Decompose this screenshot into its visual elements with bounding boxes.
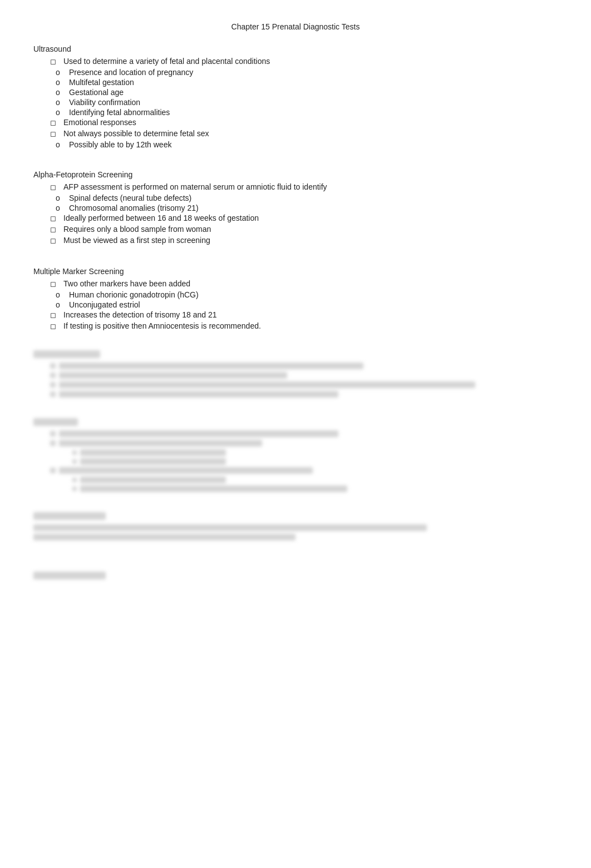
mm-list: ◻ Two other markers have been added o Hu… — [33, 279, 558, 330]
list-item: ◻ Increases the detection of trisomy 18 … — [33, 310, 558, 319]
heading-ultrasound: Ultrasound — [33, 44, 558, 53]
sub-item-text: Spinal defects (neural tube defects) — [69, 194, 558, 202]
list-item: ◻ Must be viewed as a first step in scre… — [33, 236, 558, 245]
ultrasound-sub-list-3: o Possibly able to by 12th week — [33, 140, 558, 149]
sub-item-text: Unconjugated estriol — [69, 300, 558, 309]
afp-list: ◻ AFP assessment is performed on materna… — [33, 182, 558, 245]
mm-sub-list-1: o Human chorionic gonadotropin (hCG) o U… — [33, 290, 558, 309]
sub-list-item: o Identifying fetal abnormalities — [33, 108, 558, 117]
list-item: ◻ Requires only a blood sample from woma… — [33, 225, 558, 234]
sub-list-item: o Possibly able to by 12th week — [33, 140, 558, 149]
sub-list-item: o Human chorionic gonadotropin (hCG) — [33, 290, 558, 299]
sub-list-item: o Unconjugated estriol — [33, 300, 558, 309]
list-item: ◻ Ideally performed between 16 and 18 we… — [33, 214, 558, 222]
sub-marker: o — [56, 88, 67, 97]
bullet-marker: ◻ — [50, 280, 61, 288]
bullet-marker: ◻ — [50, 130, 61, 138]
sub-marker: o — [56, 300, 67, 309]
ultrasound-list: ◻ Used to determine a variety of fetal a… — [33, 57, 558, 149]
sub-marker: o — [56, 204, 67, 212]
sub-marker: o — [56, 68, 67, 77]
list-item: ◻ If testing is positive then Amniocente… — [33, 321, 558, 330]
sub-item-text: Chromosomal anomalies (trisomy 21) — [69, 204, 558, 212]
bullet-marker: ◻ — [50, 236, 61, 245]
sub-item-text: Viability confirmation — [69, 98, 558, 107]
sub-list-item: o Chromosomal anomalies (trisomy 21) — [33, 204, 558, 212]
list-item-text: Not always possible to determine fetal s… — [63, 129, 558, 138]
list-item-text: Emotional responses — [63, 118, 558, 127]
sub-marker: o — [56, 78, 67, 87]
sub-item-text: Human chorionic gonadotropin (hCG) — [69, 290, 558, 299]
sub-item-text: Gestational age — [69, 88, 558, 97]
heading-multiple-marker: Multiple Marker Screening — [33, 267, 558, 276]
sub-marker: o — [56, 290, 67, 299]
bullet-marker: ◻ — [50, 311, 61, 319]
list-item-text: AFP assessment is performed on maternal … — [63, 182, 558, 191]
sub-marker: o — [56, 140, 67, 149]
sub-item-text: Possibly able to by 12th week — [69, 140, 558, 149]
sub-marker: o — [56, 98, 67, 107]
list-item: ◻ Two other markers have been added — [33, 279, 558, 288]
page-title: Chapter 15 Prenatal Diagnostic Tests — [33, 22, 558, 31]
bullet-marker: ◻ — [50, 57, 61, 66]
list-item-text: Must be viewed as a first step in screen… — [63, 236, 558, 245]
bullet-marker: ◻ — [50, 214, 61, 222]
list-item-text: Increases the detection of trisomy 18 an… — [63, 310, 558, 319]
sub-item-text: Presence and location of pregnancy — [69, 68, 558, 77]
sub-list-item: o Spinal defects (neural tube defects) — [33, 194, 558, 202]
sub-list-item: o Multifetal gestation — [33, 78, 558, 87]
sub-list-item: o Viability confirmation — [33, 98, 558, 107]
list-item: ◻ Emotional responses — [33, 118, 558, 127]
list-item: ◻ Used to determine a variety of fetal a… — [33, 57, 558, 66]
sub-list-item: o Gestational age — [33, 88, 558, 97]
afp-sub-list-1: o Spinal defects (neural tube defects) o… — [33, 194, 558, 212]
bullet-marker: ◻ — [50, 183, 61, 191]
bullet-marker: ◻ — [50, 118, 61, 127]
ultrasound-sub-list-1: o Presence and location of pregnancy o M… — [33, 68, 558, 117]
sub-item-text: Multifetal gestation — [69, 78, 558, 87]
sub-marker: o — [56, 194, 67, 202]
sub-list-item: o Presence and location of pregnancy — [33, 68, 558, 77]
sub-marker: o — [56, 108, 67, 117]
sub-item-text: Identifying fetal abnormalities — [69, 108, 558, 117]
bullet-marker: ◻ — [50, 225, 61, 234]
blurred-section-2 — [33, 418, 558, 492]
list-item: ◻ AFP assessment is performed on materna… — [33, 182, 558, 191]
blurred-section-3 — [33, 512, 558, 540]
section-multiple-marker: Multiple Marker Screening ◻ Two other ma… — [33, 267, 558, 330]
list-item-text: Requires only a blood sample from woman — [63, 225, 558, 234]
list-item: ◻ Not always possible to determine fetal… — [33, 129, 558, 138]
heading-afp: Alpha-Fetoprotein Screening — [33, 170, 558, 179]
list-item-text: Two other markers have been added — [63, 279, 558, 288]
section-ultrasound: Ultrasound ◻ Used to determine a variety… — [33, 44, 558, 149]
section-afp: Alpha-Fetoprotein Screening ◻ AFP assess… — [33, 170, 558, 245]
list-item-text: Ideally performed between 16 and 18 week… — [63, 214, 558, 222]
list-item-text: If testing is positive then Amniocentesi… — [63, 321, 558, 330]
list-item-text: Used to determine a variety of fetal and… — [63, 57, 558, 66]
blurred-section-4 — [33, 572, 558, 579]
bullet-marker: ◻ — [50, 322, 61, 330]
blurred-section-1 — [33, 350, 558, 398]
